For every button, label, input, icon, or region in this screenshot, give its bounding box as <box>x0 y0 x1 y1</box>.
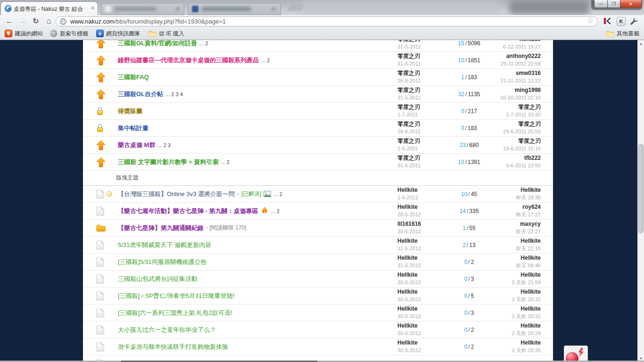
author-name-link[interactable]: Hellkite <box>397 187 418 193</box>
thread-row: 【台灣版三國殺】Online 3v3 選將介面一問 - [已解決]... 2He… <box>83 186 553 203</box>
tab-close-icon[interactable]: × <box>91 5 94 11</box>
author-name-link[interactable]: lll161616 <box>397 221 421 227</box>
page-links[interactable]: ... 2 <box>271 208 280 214</box>
quick-jump-widget[interactable] <box>564 346 588 362</box>
thread-title-link[interactable]: 【台灣版三國殺】Online 3v3 選將介面一問 <box>118 190 235 198</box>
page-links[interactable]: ... 2 <box>261 58 270 63</box>
last-poster-link[interactable]: Hellkite <box>520 272 541 278</box>
blurred-close-icon[interactable] <box>176 7 180 11</box>
last-poster-link[interactable]: tfb222 <box>524 155 541 161</box>
author-name-link[interactable]: Hellkite <box>397 238 418 244</box>
background-tab-1[interactable] <box>100 3 184 15</box>
scrollbar[interactable]: ▲ ▼ <box>637 40 644 362</box>
last-poster-link[interactable]: anthony0222 <box>506 53 541 59</box>
background-tab-2[interactable] <box>188 3 281 15</box>
back-button[interactable]: ← <box>4 16 15 26</box>
thread-date: 29-6-2011 <box>397 129 421 134</box>
scroll-up-button[interactable]: ▲ <box>638 40 644 47</box>
author-name-link[interactable]: 零度之刃 <box>397 40 420 42</box>
reload-button[interactable]: ↻ <box>30 16 41 26</box>
last-poster-link[interactable]: 零度之刃 <box>518 121 541 127</box>
last-poster-link[interactable]: Hellkite <box>520 305 541 312</box>
author-name-link[interactable]: 零度之刃 <box>397 138 420 144</box>
author-name-link[interactable]: Hellkite <box>397 322 418 329</box>
author-name-link[interactable]: Hellkite <box>397 339 418 346</box>
last-post-cell: ming199816-10-2011 22:10 <box>489 87 553 101</box>
author-name-link[interactable]: Hellkite <box>397 204 418 210</box>
thread-title-link[interactable]: 游卡桌游与顺丰快递联手打造购物新体验 <box>118 343 228 351</box>
thread-title-cell: 三國殺FAQ <box>118 73 397 82</box>
last-poster-link[interactable]: 零度之刃 <box>518 138 541 144</box>
thread-title-link[interactable]: 三國殺OL資料/官網/如何註冊 <box>118 40 197 48</box>
last-poster-link[interactable]: 零度之刃 <box>518 104 541 110</box>
page-links[interactable]: ... 2 <box>199 41 208 46</box>
page-links[interactable]: ... 2 3 4 <box>165 91 183 97</box>
bookmark-new-tab-page[interactable]: 新索引標籤 <box>50 29 88 38</box>
last-poster-link[interactable]: ming1998 <box>515 87 541 93</box>
thread-title-link[interactable]: 樂古桌遊 M群 <box>118 141 155 149</box>
scrollbar-thumb[interactable] <box>638 144 644 233</box>
last-poster-link[interactable]: Hellkite <box>520 322 541 329</box>
bookmark-suggested-sites[interactable]: 建議的網站 <box>5 29 43 38</box>
blurred-background <box>302 1 500 14</box>
last-poster-link[interactable]: Hellkite <box>520 238 541 244</box>
kaspersky-extension-icon[interactable] <box>603 17 611 27</box>
home-button[interactable]: ⌂ <box>43 16 55 26</box>
thread-title-link[interactable]: [三國殺]☆SP曹仁/张春华5月31日隆重登陆! <box>118 292 234 300</box>
thread-title-link[interactable]: 三國殺FAQ <box>118 73 149 82</box>
thread-title-cell: 綠野仙蹤書店---代理北京遊卡桌遊的三國殺系列產品... 2 <box>118 56 397 65</box>
thread-title-link[interactable]: 得獎版圖 <box>118 107 142 115</box>
thread-title-link[interactable]: 綠野仙蹤書店---代理北京遊卡桌遊的三國殺系列產品 <box>118 56 259 65</box>
last-poster-link[interactable]: Hellkite <box>520 339 541 346</box>
minimize-button[interactable]: — <box>594 0 608 8</box>
bookmark-import-from-ie[interactable]: 從 IE 匯入 <box>148 29 184 38</box>
view-count: 680 <box>469 142 479 148</box>
last-poster-link[interactable]: roy624 <box>522 204 541 210</box>
url-text[interactable]: www.nakuz.com/bbs/forumdisplay.php?fid=1… <box>70 18 226 25</box>
author-name-link[interactable]: 零度之刃 <box>397 87 420 93</box>
last-post-cell: 零度之刃19-6-2011 15:16 <box>489 138 553 152</box>
author-name-link[interactable]: 零度之刃 <box>397 70 420 76</box>
last-poster-link[interactable]: smw0316 <box>516 70 541 76</box>
page-links[interactable]: ... 2 <box>273 191 282 197</box>
thread-title-link[interactable]: 【樂古七週年活動】樂古七星陣 - 第九關：桌遊專區 <box>118 207 258 215</box>
bookmark-star-icon[interactable]: ☆ <box>587 16 594 25</box>
thread-title-link[interactable]: 三國殺OL自介帖 <box>118 90 163 99</box>
address-bar[interactable]: www.nakuz.com/bbs/forumdisplay.php?fid=1… <box>56 16 598 26</box>
last-poster-link[interactable]: Hellkite <box>520 255 541 261</box>
view-count: 3 <box>471 276 474 282</box>
other-bookmarks-button[interactable]: 其他書籤 <box>606 29 639 38</box>
medal-icon <box>106 191 112 197</box>
author-name-link[interactable]: Hellkite <box>397 272 418 278</box>
author-name-link[interactable]: 零度之刃 <box>397 104 420 110</box>
author-name-link[interactable]: Hellkite <box>397 305 418 312</box>
forward-button[interactable]: → <box>17 16 28 26</box>
wrench-menu-icon[interactable] <box>630 17 637 27</box>
author-name-link[interactable]: Hellkite <box>397 255 418 261</box>
thread-title-link[interactable]: [三國殺]5/31伺服器關機維護公告 <box>118 258 207 266</box>
thread-title-link[interactable]: 大小孩儿过六一之童年你毕业了么？ <box>118 326 216 334</box>
bookmark-web-slice-gallery[interactable]: e 網頁快訊圖庫 <box>96 29 140 38</box>
author-name-link[interactable]: Hellkite <box>397 288 418 295</box>
last-poster-link[interactable]: Hellkite <box>520 288 541 295</box>
author-name-link[interactable]: 零度之刃 <box>397 53 420 59</box>
thread-title-link[interactable]: [三國殺]六一系列三国秀上架,礼包2款可选! <box>118 309 232 317</box>
blurred-close-icon[interactable] <box>272 7 275 11</box>
thread-title-link[interactable]: 三國殺山包武將台詞征集活動 <box>118 275 198 283</box>
restore-button[interactable]: ❐ <box>608 0 620 8</box>
thread-title-link[interactable]: 集中帖計畫 <box>118 124 149 132</box>
thread-title-link[interactable]: 5/31虎牢關威震天下 遊戲更新內容 <box>118 241 211 249</box>
page-links[interactable]: ... 2 3 <box>157 142 171 148</box>
author-name-link[interactable]: 零度之刃 <box>397 121 420 127</box>
active-tab[interactable]: 桌遊專區 - Nakuz 樂古 綜合 × <box>1 2 98 15</box>
last-poster-link[interactable]: honi259 <box>520 40 541 42</box>
keyboard-extension-icon[interactable]: K <box>617 17 626 26</box>
thread-title-link[interactable]: 【樂古七星陣】第九關通關紀錄 <box>118 224 204 232</box>
last-poster-link[interactable]: Hellkite <box>520 187 541 193</box>
last-poster-link[interactable]: maxycy <box>520 221 541 227</box>
thread-title-link[interactable]: 三國殺 文字圖片影片教學 + 資料引索 <box>118 158 218 166</box>
page-links[interactable]: ... 2 <box>221 159 229 165</box>
close-button[interactable]: ✕ <box>620 0 642 8</box>
author-name-link[interactable]: 零度之刃 <box>397 155 420 161</box>
solved-tag[interactable]: [已解決] <box>241 190 262 198</box>
